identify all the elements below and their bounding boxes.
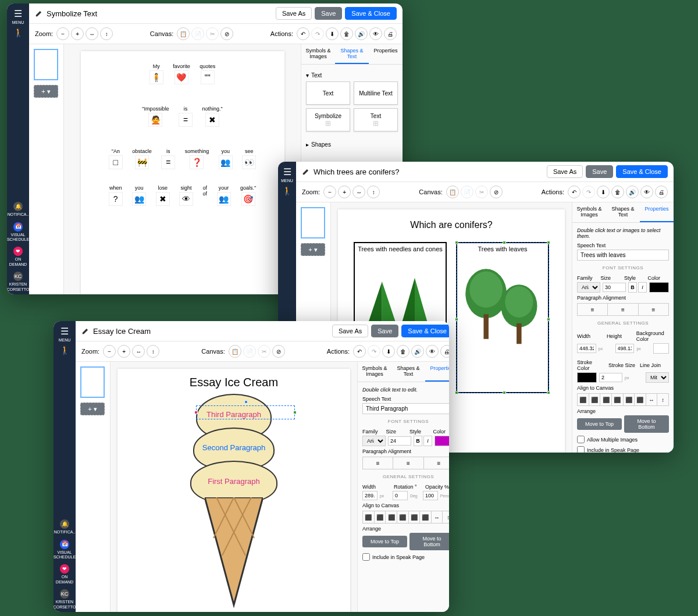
font-size-input[interactable]	[388, 436, 411, 446]
fit-width-icon[interactable]: ↔	[352, 186, 365, 198]
menu-icon[interactable]: ☰	[60, 326, 69, 337]
edit-icon[interactable]	[302, 168, 310, 176]
zoom-in-icon[interactable]: +	[71, 27, 84, 40]
canvas[interactable]: My🧍 favorite❤️ quotes"" "Impossible🙅 is=…	[64, 44, 301, 294]
height-input[interactable]	[615, 344, 635, 353]
paragraph-align[interactable]: ≡≡≡	[577, 303, 669, 316]
insert-multiline[interactable]: Multiline Text	[354, 81, 398, 105]
add-page-button[interactable]: + ▾	[80, 403, 105, 415]
width-input[interactable]	[362, 491, 378, 500]
font-family-select[interactable]: Arial	[577, 282, 600, 293]
text-p1[interactable]: First Paragraph	[187, 477, 280, 486]
sound-icon[interactable]: 🔊	[355, 27, 368, 40]
font-color-swatch[interactable]	[435, 436, 449, 446]
tab-properties[interactable]: Properties	[640, 202, 674, 222]
undo-icon[interactable]: ↶	[353, 345, 366, 358]
tab-properties[interactable]: Properties	[425, 362, 449, 382]
include-speak-check[interactable]: Include in Speak Page	[362, 553, 449, 561]
copy-icon[interactable]: 📋	[177, 27, 190, 40]
page-thumbnail[interactable]	[301, 207, 325, 238]
zoom-out-icon[interactable]: −	[323, 186, 336, 198]
tab-symbols[interactable]: Symbols & Images	[301, 44, 335, 64]
sidebar-user[interactable]: KCKRISTEN CORSETTO	[54, 589, 76, 610]
fit-width-icon[interactable]: ↔	[132, 345, 145, 358]
undo-icon[interactable]: ↶	[297, 27, 309, 40]
cancel-icon[interactable]: ⊘	[490, 186, 503, 198]
view-icon[interactable]: 👁	[369, 27, 382, 40]
italic-button[interactable]: I	[423, 436, 432, 446]
speech-text-input[interactable]	[362, 403, 449, 414]
page-thumbnail[interactable]	[80, 366, 105, 398]
tab-shapes[interactable]: Shapes & Text	[391, 362, 425, 382]
font-family-select[interactable]: Arial	[362, 436, 386, 446]
rotation-input[interactable]	[393, 491, 408, 500]
tab-shapes[interactable]: Shapes & Text	[335, 44, 369, 64]
cancel-icon[interactable]: ⊘	[272, 345, 285, 358]
zoom-in-icon[interactable]: +	[338, 186, 351, 198]
delete-icon[interactable]: 🗑	[340, 27, 353, 40]
tab-symbols[interactable]: Symbols & Images	[358, 362, 391, 382]
sidebar-notifications[interactable]: 🔔NOTIFICA..	[54, 519, 76, 535]
print-icon[interactable]: 🖨	[655, 186, 668, 198]
fit-height-icon[interactable]: ↕	[100, 27, 113, 40]
view-icon[interactable]: 👁	[640, 186, 653, 198]
tab-properties[interactable]: Properties	[369, 44, 403, 64]
save-button[interactable]: Save	[371, 325, 398, 337]
sidebar-on-demand[interactable]: ❤ON DEMAND	[7, 247, 29, 267]
move-bottom-button[interactable]: Move to Bottom	[409, 533, 449, 550]
zoom-in-icon[interactable]: +	[117, 345, 130, 358]
sound-icon[interactable]: 🔊	[626, 186, 639, 198]
bold-button[interactable]: B	[628, 282, 637, 293]
sound-icon[interactable]: 🔊	[411, 345, 424, 358]
download-icon[interactable]: ⬇	[326, 27, 339, 40]
delete-icon[interactable]: 🗑	[611, 186, 624, 198]
zoom-out-icon[interactable]: −	[56, 27, 69, 40]
save-as-button[interactable]: Save As	[332, 325, 368, 337]
opacity-input[interactable]	[423, 491, 438, 500]
paragraph-align[interactable]: ≡≡≡	[362, 457, 449, 469]
stroke-color-swatch[interactable]	[577, 372, 597, 383]
width-input[interactable]	[577, 344, 596, 353]
section-shapes[interactable]: ▸ Shapes	[306, 138, 398, 151]
font-color-swatch[interactable]	[649, 282, 669, 293]
add-page-button[interactable]: + ▾	[301, 243, 325, 256]
insert-text[interactable]: Text	[306, 81, 350, 105]
person-icon[interactable]: 🚶	[60, 346, 70, 355]
save-button[interactable]: Save	[315, 7, 342, 20]
undo-icon[interactable]: ↶	[568, 186, 581, 198]
sidebar-visual-schedule[interactable]: 📅VISUAL SCHEDULE	[54, 540, 76, 560]
insert-text-box[interactable]: Text⊞	[354, 108, 398, 131]
tab-symbols[interactable]: Symbols & Images	[572, 202, 606, 222]
speech-text-input[interactable]	[577, 250, 669, 261]
person-icon[interactable]: 🚶	[13, 28, 23, 37]
edit-icon[interactable]	[81, 327, 90, 335]
line-join-select[interactable]: Miter	[646, 372, 669, 383]
copy-icon[interactable]: 📋	[446, 186, 459, 198]
allow-multi-check[interactable]: Allow Multiple Images	[577, 436, 669, 443]
save-close-button[interactable]: Save & Close	[345, 7, 397, 20]
save-as-button[interactable]: Save As	[547, 165, 583, 178]
move-bottom-button[interactable]: Move to Bottom	[624, 415, 669, 433]
print-icon[interactable]: 🖨	[384, 27, 397, 40]
insert-symbolize[interactable]: Symbolize⊞	[306, 108, 350, 131]
delete-icon[interactable]: 🗑	[397, 345, 409, 358]
save-as-button[interactable]: Save As	[276, 7, 312, 20]
edit-icon[interactable]	[35, 9, 43, 17]
include-speak-check[interactable]: Include in Speak Page	[577, 446, 669, 453]
view-icon[interactable]: 👁	[426, 345, 439, 358]
copy-icon[interactable]: 📋	[229, 345, 241, 358]
bold-button[interactable]: B	[414, 436, 422, 446]
bg-color-swatch[interactable]	[653, 343, 669, 354]
sidebar-on-demand[interactable]: ❤ON DEMAND	[54, 564, 76, 585]
download-icon[interactable]: ⬇	[597, 186, 610, 198]
person-icon[interactable]: 🚶	[282, 186, 292, 195]
save-button[interactable]: Save	[586, 165, 613, 178]
zoom-out-icon[interactable]: −	[103, 345, 116, 358]
sidebar-user[interactable]: KCKRISTEN CORSETTO	[7, 272, 29, 292]
print-icon[interactable]: 🖨	[440, 345, 449, 358]
box-leaves[interactable]: Trees with leaves	[456, 242, 549, 393]
text-p2[interactable]: Second Paragraph	[187, 443, 280, 452]
add-page-button[interactable]: + ▾	[34, 85, 58, 98]
menu-icon[interactable]: ☰	[283, 166, 291, 177]
save-close-button[interactable]: Save & Close	[401, 325, 449, 337]
